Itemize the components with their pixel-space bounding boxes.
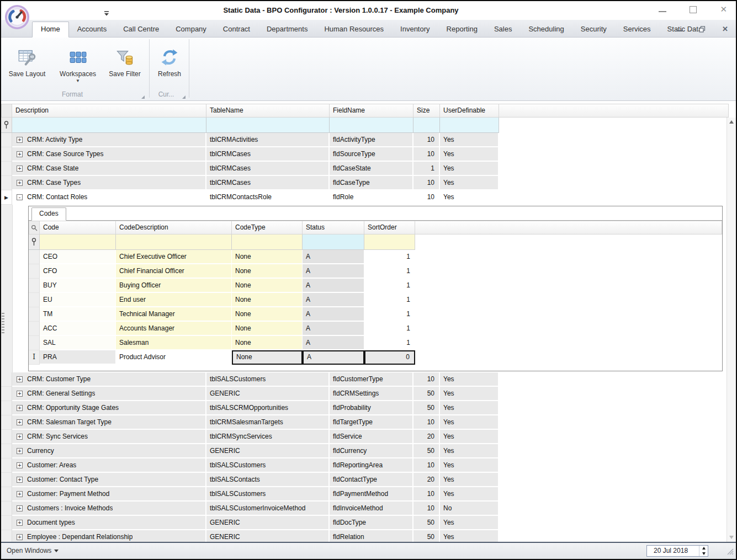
vertical-scrollbar[interactable] (727, 118, 736, 542)
detail-filter-cell[interactable] (116, 234, 232, 250)
detail-row[interactable]: CFOChief Financial OfficerNoneA1 (29, 264, 722, 279)
expand-icon[interactable]: + (17, 477, 23, 483)
date-spinner[interactable] (699, 546, 708, 556)
table-row[interactable]: +Customers : Invoice MethodstblSALSCusto… (1, 502, 727, 516)
scroll-up-icon[interactable] (729, 120, 734, 124)
grid-column-header-description[interactable]: Description (12, 104, 206, 118)
refresh-button[interactable]: Refresh (152, 42, 187, 78)
open-windows-button[interactable]: Open Windows (7, 547, 59, 554)
detail-column-header-sortorder[interactable]: SortOrder (364, 221, 415, 234)
table-row[interactable]: +CRM: Activity TypetblCRMActivitiesfldAc… (1, 133, 727, 147)
table-row[interactable]: +Customer: Payment MethodtblSALSCustomer… (1, 487, 727, 502)
grid-filter-cell[interactable] (413, 118, 440, 133)
table-row[interactable]: +CRM: Opportunity Stage GatestblSALSCRMO… (1, 401, 727, 415)
ribbon-tab-sales[interactable]: Sales (486, 22, 521, 37)
maximize-button-icon[interactable] (690, 6, 697, 13)
detail-filter-cell[interactable] (40, 234, 116, 250)
detail-column-header-status[interactable]: Status (303, 221, 364, 234)
ribbon-tab-departments[interactable]: Departments (258, 22, 316, 37)
spinner-down-icon[interactable] (702, 552, 706, 555)
mdi-close-icon[interactable]: ✕ (722, 25, 728, 33)
table-row[interactable]: +Document typesGENERICfldDocType50Yes (1, 516, 727, 530)
detail-row[interactable]: SALSalesmanNoneA1 (29, 336, 722, 350)
grid-column-header-userdefinable[interactable]: UserDefinable (440, 104, 499, 118)
expand-icon[interactable]: + (17, 434, 23, 440)
grid-column-header-size[interactable]: Size (413, 104, 440, 118)
date-picker[interactable]: 20 Jul 2018 (646, 545, 708, 557)
table-row[interactable]: +CRM: Customer TypetblSALSCustomersfldCu… (1, 372, 727, 387)
ribbon-tab-scheduling[interactable]: Scheduling (520, 22, 572, 37)
expand-icon[interactable]: + (17, 462, 23, 468)
grid-filter-cell[interactable] (440, 118, 499, 133)
workspaces-button[interactable]: Workspaces ▼ (54, 42, 102, 83)
app-logo-icon[interactable] (4, 4, 30, 30)
expand-icon[interactable]: + (17, 151, 23, 157)
close-button-icon[interactable]: ✕ (720, 6, 727, 13)
expand-icon[interactable]: + (17, 376, 23, 382)
detail-filter-cell[interactable] (364, 234, 415, 250)
table-row[interactable]: ▶-CRM: Contact RolestblCRMContactsRolefl… (1, 190, 727, 205)
ribbon-tab-inventory[interactable]: Inventory (392, 22, 438, 37)
table-row[interactable]: +CRM: Case TypestblCRMCasesfldCaseType10… (1, 176, 727, 190)
table-row[interactable]: +CRM: Sync ServicestblCRMSyncServicesfld… (1, 430, 727, 444)
save-layout-button[interactable]: Save Layout (3, 42, 51, 78)
grid-column-header-tablename[interactable]: TableName (206, 104, 330, 118)
grid-filter-cell[interactable] (206, 118, 330, 133)
detail-tab-codes[interactable]: Codes (31, 207, 66, 221)
table-row[interactable]: +CRM: General SettingsGENERICfldCRMSetti… (1, 387, 727, 401)
expand-icon[interactable]: + (17, 520, 23, 526)
spinner-up-icon[interactable] (702, 547, 706, 550)
detail-row[interactable]: EUEnd userNoneA1 (29, 293, 722, 307)
expand-icon[interactable]: + (17, 505, 23, 511)
format-dialog-launcher-icon[interactable] (140, 92, 145, 102)
scroll-down-icon[interactable] (729, 536, 734, 539)
detail-column-header-codedescription[interactable]: CodeDescription (116, 221, 232, 234)
table-row[interactable]: +CRM: Salesman Target TypetblCRMSalesman… (1, 415, 727, 430)
mdi-restore-icon[interactable] (699, 26, 706, 33)
date-value[interactable]: 20 Jul 2018 (647, 546, 699, 556)
ribbon-tab-contract[interactable]: Contract (215, 22, 258, 37)
detail-filter-cell[interactable] (303, 234, 364, 250)
expand-icon[interactable]: + (17, 419, 23, 425)
save-filter-button[interactable]: Save Filter (104, 42, 146, 78)
table-row[interactable]: +CRM: Case Source TypestblCRMCasesfldSou… (1, 147, 727, 162)
detail-column-header-codetype[interactable]: CodeType (232, 221, 303, 234)
expand-icon[interactable]: + (17, 137, 23, 143)
table-row[interactable]: +CurrencyGENERICfldCurrency50Yes (1, 444, 727, 458)
expand-icon[interactable]: + (17, 448, 23, 454)
grid-filter-cell[interactable] (12, 118, 206, 133)
ribbon-tab-human-resources[interactable]: Human Resources (316, 22, 392, 37)
detail-filter-cell[interactable] (232, 234, 303, 250)
expand-icon[interactable]: + (17, 166, 23, 172)
ribbon-tab-security[interactable]: Security (572, 22, 615, 37)
detail-row[interactable]: CEOChief Executive OfficerNoneA1 (29, 250, 722, 264)
detail-column-header-code[interactable]: Code (40, 221, 116, 234)
table-row[interactable]: +CRM: Case StatetblCRMCasesfldCaseState1… (1, 162, 727, 176)
table-row[interactable]: +Customer: AreastblSALSCustomersfldRepor… (1, 458, 727, 473)
mdi-minimize-icon[interactable] (676, 30, 682, 31)
minimize-button-icon[interactable] (659, 11, 666, 12)
expand-icon[interactable]: + (17, 491, 23, 497)
ribbon-tab-accounts[interactable]: Accounts (69, 22, 115, 37)
collapse-icon[interactable]: - (17, 194, 23, 200)
detail-row[interactable]: TMTechnical ManagerNoneA1 (29, 307, 722, 322)
resize-grip[interactable] (726, 547, 734, 557)
detail-row[interactable]: IPRAProduct AdvisorNoneA0 (29, 350, 722, 365)
expand-icon[interactable]: + (17, 534, 23, 540)
ribbon-tab-reporting[interactable]: Reporting (438, 22, 486, 37)
table-row[interactable]: +Customer: Contact TypetblSALSContactsfl… (1, 473, 727, 487)
detail-row[interactable]: ACCAccounts ManagerNoneA1 (29, 322, 722, 336)
ribbon-tab-home[interactable]: Home (32, 22, 69, 38)
expand-icon[interactable]: + (17, 391, 23, 397)
ribbon-tab-call-centre[interactable]: Call Centre (115, 22, 167, 37)
grid-filter-cell[interactable] (330, 118, 413, 133)
cur-dialog-launcher-icon[interactable] (181, 92, 186, 102)
ribbon-tab-company[interactable]: Company (167, 22, 215, 37)
table-row[interactable]: +Employee : Dependant RelationshipGENERI… (1, 530, 727, 542)
ribbon-tab-services[interactable]: Services (615, 22, 659, 37)
expand-icon[interactable]: + (17, 180, 23, 186)
detail-row[interactable]: BUYBuying OfficerNoneA1 (29, 279, 722, 293)
expand-icon[interactable]: + (17, 405, 23, 411)
splitter-grip[interactable] (2, 313, 4, 335)
grid-column-header-fieldname[interactable]: FieldName (330, 104, 413, 118)
